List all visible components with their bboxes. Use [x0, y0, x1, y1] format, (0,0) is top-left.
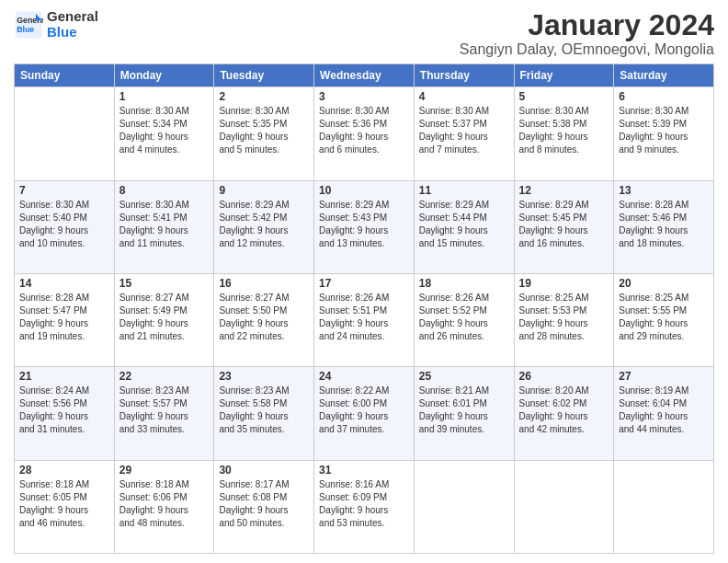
calendar-cell [614, 460, 714, 553]
calendar-cell: 24Sunrise: 8:22 AM Sunset: 6:00 PM Dayli… [314, 367, 415, 460]
calendar-cell: 16Sunrise: 8:27 AM Sunset: 5:50 PM Dayli… [214, 273, 314, 366]
cell-info: Sunrise: 8:25 AM Sunset: 5:55 PM Dayligh… [619, 292, 709, 343]
cell-info: Sunrise: 8:24 AM Sunset: 5:56 PM Dayligh… [19, 385, 109, 436]
calendar-cell: 9Sunrise: 8:29 AM Sunset: 5:42 PM Daylig… [214, 180, 314, 273]
cell-day-number: 7 [19, 184, 109, 197]
subtitle: Sangiyn Dalay, OEmnoegovi, Mongolia [460, 41, 714, 58]
calendar-header-row: SundayMondayTuesdayWednesdayThursdayFrid… [15, 64, 714, 87]
cell-info: Sunrise: 8:29 AM Sunset: 5:43 PM Dayligh… [319, 199, 409, 250]
cell-info: Sunrise: 8:23 AM Sunset: 5:58 PM Dayligh… [219, 385, 309, 436]
cell-day-number: 31 [319, 464, 409, 477]
weekday-header: Tuesday [214, 64, 314, 87]
cell-info: Sunrise: 8:29 AM Sunset: 5:44 PM Dayligh… [419, 199, 509, 250]
cell-day-number: 24 [319, 370, 409, 383]
cell-info: Sunrise: 8:16 AM Sunset: 6:09 PM Dayligh… [319, 478, 409, 530]
calendar-cell: 12Sunrise: 8:29 AM Sunset: 5:45 PM Dayli… [514, 180, 614, 273]
cell-info: Sunrise: 8:30 AM Sunset: 5:35 PM Dayligh… [219, 105, 309, 156]
logo-name: General Blue [47, 9, 98, 40]
calendar-cell: 21Sunrise: 8:24 AM Sunset: 5:56 PM Dayli… [15, 367, 115, 460]
calendar-cell: 29Sunrise: 8:18 AM Sunset: 6:06 PM Dayli… [114, 460, 214, 553]
calendar-cell: 4Sunrise: 8:30 AM Sunset: 5:37 PM Daylig… [414, 87, 514, 180]
cell-info: Sunrise: 8:20 AM Sunset: 6:02 PM Dayligh… [519, 385, 609, 436]
cell-info: Sunrise: 8:28 AM Sunset: 5:46 PM Dayligh… [619, 199, 709, 250]
cell-day-number: 19 [519, 277, 609, 290]
calendar-cell [414, 460, 514, 553]
calendar-cell: 20Sunrise: 8:25 AM Sunset: 5:55 PM Dayli… [614, 273, 714, 366]
cell-day-number: 26 [519, 370, 609, 383]
cell-day-number: 3 [319, 90, 409, 103]
svg-text:General: General [17, 16, 43, 25]
cell-day-number: 22 [119, 370, 210, 383]
cell-info: Sunrise: 8:30 AM Sunset: 5:36 PM Dayligh… [319, 105, 409, 156]
calendar-cell: 31Sunrise: 8:16 AM Sunset: 6:09 PM Dayli… [314, 460, 415, 553]
calendar-cell: 7Sunrise: 8:30 AM Sunset: 5:40 PM Daylig… [15, 180, 115, 273]
weekday-header: Thursday [414, 64, 514, 87]
calendar-week-row: 28Sunrise: 8:18 AM Sunset: 6:05 PM Dayli… [15, 460, 714, 553]
cell-day-number: 27 [619, 370, 709, 383]
cell-day-number: 28 [19, 464, 109, 477]
calendar-cell: 28Sunrise: 8:18 AM Sunset: 6:05 PM Dayli… [15, 460, 115, 553]
cell-info: Sunrise: 8:23 AM Sunset: 5:57 PM Dayligh… [119, 385, 210, 436]
calendar-cell: 10Sunrise: 8:29 AM Sunset: 5:43 PM Dayli… [314, 180, 415, 273]
cell-day-number: 17 [319, 277, 409, 290]
cell-day-number: 30 [219, 464, 309, 477]
cell-day-number: 23 [219, 370, 309, 383]
cell-day-number: 10 [319, 184, 409, 197]
cell-info: Sunrise: 8:22 AM Sunset: 6:00 PM Dayligh… [319, 385, 409, 436]
calendar-cell: 17Sunrise: 8:26 AM Sunset: 5:51 PM Dayli… [314, 273, 415, 366]
cell-day-number: 12 [519, 184, 609, 197]
header: General Blue General Blue January 2024 S… [14, 9, 714, 58]
calendar-cell: 13Sunrise: 8:28 AM Sunset: 5:46 PM Dayli… [614, 180, 714, 273]
cell-info: Sunrise: 8:30 AM Sunset: 5:40 PM Dayligh… [19, 199, 109, 250]
calendar-cell [514, 460, 614, 553]
calendar-cell: 23Sunrise: 8:23 AM Sunset: 5:58 PM Dayli… [214, 367, 314, 460]
calendar-cell: 1Sunrise: 8:30 AM Sunset: 5:34 PM Daylig… [114, 87, 214, 180]
cell-info: Sunrise: 8:26 AM Sunset: 5:51 PM Dayligh… [319, 292, 409, 343]
calendar-cell: 18Sunrise: 8:26 AM Sunset: 5:52 PM Dayli… [414, 273, 514, 366]
calendar-cell: 26Sunrise: 8:20 AM Sunset: 6:02 PM Dayli… [514, 367, 614, 460]
calendar-cell: 8Sunrise: 8:30 AM Sunset: 5:41 PM Daylig… [114, 180, 214, 273]
weekday-header: Wednesday [314, 64, 415, 87]
cell-info: Sunrise: 8:26 AM Sunset: 5:52 PM Dayligh… [419, 292, 509, 343]
cell-info: Sunrise: 8:18 AM Sunset: 6:06 PM Dayligh… [119, 478, 210, 530]
cell-day-number: 1 [119, 90, 210, 103]
cell-day-number: 9 [219, 184, 309, 197]
cell-info: Sunrise: 8:29 AM Sunset: 5:42 PM Dayligh… [219, 199, 309, 250]
cell-info: Sunrise: 8:19 AM Sunset: 6:04 PM Dayligh… [619, 385, 709, 436]
cell-info: Sunrise: 8:27 AM Sunset: 5:50 PM Dayligh… [219, 292, 309, 343]
calendar-week-row: 14Sunrise: 8:28 AM Sunset: 5:47 PM Dayli… [15, 273, 714, 366]
cell-info: Sunrise: 8:30 AM Sunset: 5:38 PM Dayligh… [519, 105, 609, 156]
calendar-cell [15, 87, 115, 180]
calendar-cell: 22Sunrise: 8:23 AM Sunset: 5:57 PM Dayli… [114, 367, 214, 460]
calendar-cell: 25Sunrise: 8:21 AM Sunset: 6:01 PM Dayli… [414, 367, 514, 460]
cell-day-number: 14 [19, 277, 109, 290]
cell-day-number: 6 [619, 90, 709, 103]
cell-day-number: 8 [119, 184, 210, 197]
calendar-cell: 2Sunrise: 8:30 AM Sunset: 5:35 PM Daylig… [214, 87, 314, 180]
calendar-cell: 14Sunrise: 8:28 AM Sunset: 5:47 PM Dayli… [15, 273, 115, 366]
cell-day-number: 18 [419, 277, 509, 290]
weekday-header: Monday [114, 64, 214, 87]
logo-icon: General Blue [14, 10, 43, 40]
calendar-cell: 11Sunrise: 8:29 AM Sunset: 5:44 PM Dayli… [414, 180, 514, 273]
cell-day-number: 11 [419, 184, 509, 197]
cell-day-number: 20 [619, 277, 709, 290]
weekday-header: Saturday [614, 64, 714, 87]
cell-info: Sunrise: 8:18 AM Sunset: 6:05 PM Dayligh… [19, 478, 109, 530]
cell-day-number: 4 [419, 90, 509, 103]
cell-info: Sunrise: 8:29 AM Sunset: 5:45 PM Dayligh… [519, 199, 609, 250]
calendar-table: SundayMondayTuesdayWednesdayThursdayFrid… [14, 63, 714, 554]
calendar-cell: 27Sunrise: 8:19 AM Sunset: 6:04 PM Dayli… [614, 367, 714, 460]
calendar-cell: 3Sunrise: 8:30 AM Sunset: 5:36 PM Daylig… [314, 87, 415, 180]
calendar-cell: 15Sunrise: 8:27 AM Sunset: 5:49 PM Dayli… [114, 273, 214, 366]
cell-day-number: 16 [219, 277, 309, 290]
calendar-week-row: 7Sunrise: 8:30 AM Sunset: 5:40 PM Daylig… [15, 180, 714, 273]
calendar-cell: 30Sunrise: 8:17 AM Sunset: 6:08 PM Dayli… [214, 460, 314, 553]
cell-info: Sunrise: 8:30 AM Sunset: 5:39 PM Dayligh… [619, 105, 709, 156]
page: General Blue General Blue January 2024 S… [0, 0, 728, 563]
svg-text:Blue: Blue [17, 25, 34, 34]
title-block: January 2024 Sangiyn Dalay, OEmnoegovi, … [460, 9, 714, 58]
calendar-cell: 5Sunrise: 8:30 AM Sunset: 5:38 PM Daylig… [514, 87, 614, 180]
calendar-week-row: 21Sunrise: 8:24 AM Sunset: 5:56 PM Dayli… [15, 367, 714, 460]
cell-day-number: 25 [419, 370, 509, 383]
